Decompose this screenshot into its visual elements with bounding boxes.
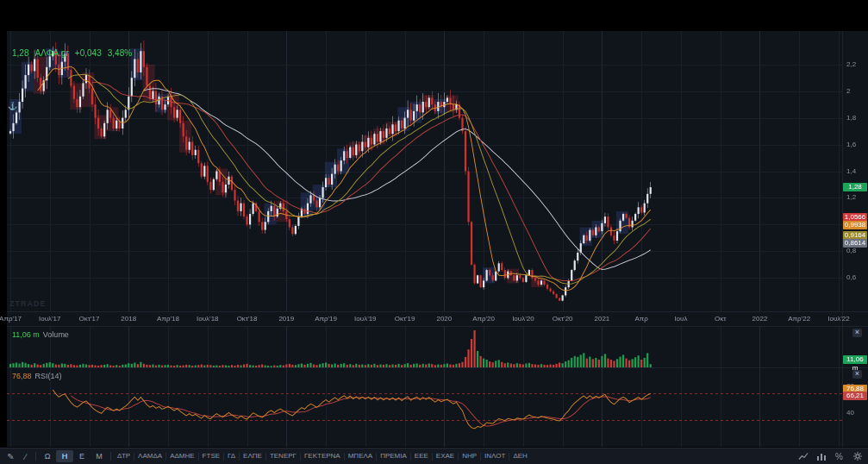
anchor-icon[interactable]: ⚓ xyxy=(8,102,17,110)
time-axis-label: Απρ'17 xyxy=(0,315,22,323)
gear-icon[interactable] xyxy=(850,450,865,463)
rsi-value: 76,88 xyxy=(12,372,32,380)
volume-legend: 11,06 mVolume xyxy=(12,330,69,339)
time-axis-label: Απρ'19 xyxy=(315,315,337,323)
symbol-tab-FTSE[interactable]: FTSE xyxy=(199,450,223,462)
platform-watermark: ZTRADE xyxy=(9,299,47,308)
trend-icon[interactable] xyxy=(796,450,810,463)
time-axis-label: 2021 xyxy=(594,315,609,323)
timeframe-button-Μ[interactable]: Μ xyxy=(91,450,108,462)
ma-red-tag: 1,0566 xyxy=(843,213,867,222)
time-axis-label: 2022 xyxy=(752,315,768,323)
price-tick: 1,2 xyxy=(846,194,856,201)
bottom-toolbar: ✎∕ΩΗΕΜΔΤΡΛΑΜΔΑΑΔΜΗΕFTSEΓΔΕΛΠΕΤΕΝΕΡΓΓΕΚΤΕ… xyxy=(0,448,868,464)
legend-last-price: 1,28 xyxy=(12,48,28,58)
price-tick: 0,6 xyxy=(846,274,856,281)
time-axis-label: Ιουλ'18 xyxy=(197,315,218,323)
symbol-tab-ΛΑΜΔΑ[interactable]: ΛΑΜΔΑ xyxy=(134,450,165,462)
time-axis-label: Οκτ xyxy=(715,315,726,323)
toolbar-divider xyxy=(110,452,111,461)
symbol-tab-ΑΔΜΗΕ[interactable]: ΑΔΜΗΕ xyxy=(166,450,197,462)
timeframe-button-Ε[interactable]: Ε xyxy=(73,450,91,462)
rsi-pane-separator xyxy=(7,367,868,368)
time-axis[interactable]: Απρ'17Ιουλ'17Οκτ'172018Απρ'18Ιουλ'18Οκτ'… xyxy=(7,312,842,326)
price-tick: 2 xyxy=(846,88,850,95)
legend-change: +0,043 xyxy=(75,48,102,58)
trendline-tool-icon[interactable]: ∕ xyxy=(18,450,33,463)
symbol-legend: 1,28ΑΛΦΑ.gr+0,0433,48% xyxy=(12,48,138,58)
symbol-tab-ΕΕΕ[interactable]: ΕΕΕ xyxy=(411,450,432,462)
price-tick: 1,4 xyxy=(846,168,856,175)
time-axis-label: 2020 xyxy=(436,315,452,323)
symbol-tab-ΓΕΚΤΕΡΝΑ[interactable]: ΓΕΚΤΕΡΝΑ xyxy=(301,450,344,462)
time-axis-label: 2018 xyxy=(121,315,136,323)
time-axis-label: Απρ'20 xyxy=(472,315,495,323)
symbol-tab-ΝΗΡ[interactable]: ΝΗΡ xyxy=(459,450,480,462)
symbol-tab-ΔΤΡ[interactable]: ΔΤΡ xyxy=(114,450,134,462)
toolbar-divider xyxy=(35,452,36,461)
volume-value-tag: 11,06 m xyxy=(843,355,867,364)
time-axis-label: Απρ xyxy=(634,315,647,323)
price-tick: 0,8 xyxy=(846,248,856,254)
trading-terminal: { "app": { "watermark": "ZTRADE" }, "ico… xyxy=(0,0,868,464)
symbol-tab-ΤΕΝΕΡΓ[interactable]: ΤΕΝΕΡΓ xyxy=(266,450,300,462)
price-tick: 1,6 xyxy=(846,141,856,148)
volume-pane-separator xyxy=(7,326,868,327)
last-price-tag: 1,28 xyxy=(843,183,867,191)
symbol-tab-ΠΡΕΜΙΑ[interactable]: ΠΡΕΜΙΑ xyxy=(377,450,410,462)
time-axis-label: Απρ'18 xyxy=(157,315,179,323)
time-axis-label: 2019 xyxy=(278,315,294,323)
timeframe-button-Ω[interactable]: Ω xyxy=(39,450,56,462)
time-axis-label: Οκτ'17 xyxy=(79,315,100,323)
symbol-tab-ΙΝΛΟΤ[interactable]: ΙΝΛΟΤ xyxy=(481,450,509,462)
price-tick: 1,8 xyxy=(846,115,856,122)
rsi-legend: 76,88RSI(14) xyxy=(12,372,62,380)
rsi-label: RSI(14) xyxy=(35,372,62,380)
histogram-icon[interactable] xyxy=(814,450,828,463)
symbol-tab-ΕΧΑΕ[interactable]: ΕΧΑΕ xyxy=(433,450,458,462)
price-chart-canvas[interactable] xyxy=(7,31,842,311)
legend-symbol[interactable]: ΑΛΦΑ.gr xyxy=(34,48,68,58)
rsi-signal-tag: 66,21 xyxy=(843,392,867,400)
time-axis-label: Ιουλ'19 xyxy=(354,315,376,323)
price-scale[interactable]: 2,221,81,61,41,210,80,680401,281,05660,9… xyxy=(842,31,868,447)
price-tick: 2,2 xyxy=(846,61,856,68)
symbol-tab-ΓΔ[interactable]: ΓΔ xyxy=(224,450,239,462)
time-axis-label: Οκτ'19 xyxy=(395,315,415,323)
toolbar-right-icons: % xyxy=(796,450,865,463)
volume-label: Volume xyxy=(43,330,69,339)
legend-change-pct: 3,48% xyxy=(108,48,132,58)
ma-slow-tag: 0,8614 xyxy=(843,239,867,248)
volume-pane-canvas[interactable] xyxy=(7,327,842,367)
ma-fast-tag: 0,9938 xyxy=(843,221,867,229)
rsi-tick: 40 xyxy=(846,410,854,417)
rsi-pane-canvas[interactable] xyxy=(7,368,842,447)
timeframe-button-Η[interactable]: Η xyxy=(56,450,73,462)
time-axis-label: Οκτ'20 xyxy=(553,315,573,323)
time-axis-label: Ιουλ xyxy=(674,315,687,323)
time-axis-label: Οκτ'18 xyxy=(237,315,258,323)
pencil-tool-icon[interactable]: ✎ xyxy=(3,450,18,463)
volume-value: 11,06 m xyxy=(12,330,40,339)
symbol-tab-ΜΠΕΛΑ[interactable]: ΜΠΕΛΑ xyxy=(345,450,376,462)
time-axis-label: Ιουλ'17 xyxy=(39,315,60,323)
symbol-tab-ΔΕΗ[interactable]: ΔΕΗ xyxy=(509,450,530,462)
percent-icon[interactable]: % xyxy=(832,450,846,463)
symbol-tab-ΕΛΠΕ[interactable]: ΕΛΠΕ xyxy=(240,450,265,462)
time-axis-label: Ιουλ'20 xyxy=(512,315,534,323)
time-axis-label: Απρ'22 xyxy=(788,315,810,323)
